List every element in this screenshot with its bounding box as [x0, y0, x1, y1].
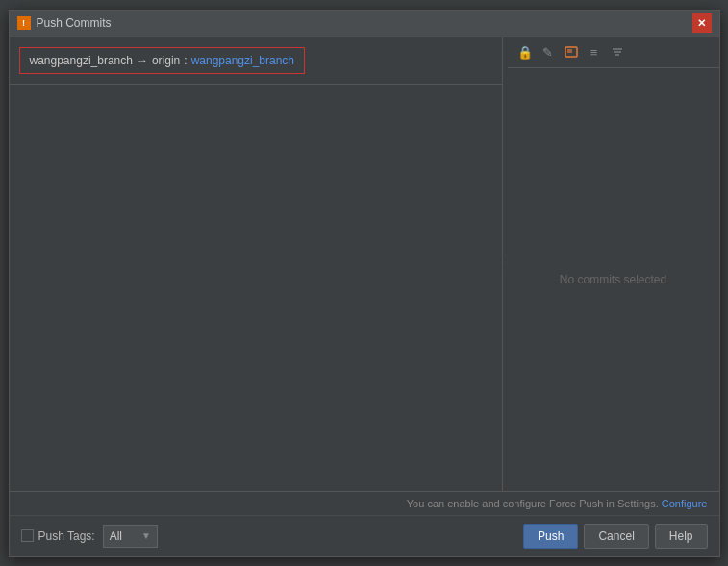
push-tags-label: Push Tags: — [38, 529, 95, 543]
branch-colon: : — [184, 54, 187, 67]
tags-dropdown-value: All — [110, 529, 122, 543]
controls-row: Push Tags: All ▼ Push Cancel Help — [10, 516, 719, 556]
title-bar: ! Push Commits ✕ — [10, 11, 719, 37]
left-panel: wangpangzi_branch → origin : wangpangzi_… — [10, 37, 503, 491]
push-button[interactable]: Push — [523, 524, 578, 549]
main-content: wangpangzi_branch → origin : wangpangzi_… — [10, 37, 719, 491]
close-button[interactable]: ✕ — [692, 13, 712, 33]
right-panel: 🔒 ✎ ≡ No commits — [508, 37, 719, 491]
push-tags-checkbox-container: Push Tags: — [21, 529, 95, 543]
window-title: Push Commits — [37, 16, 112, 30]
right-toolbar: 🔒 ✎ ≡ — [508, 37, 719, 68]
no-commits-area: No commits selected — [508, 68, 719, 491]
push-tags-section: Push Tags: All ▼ — [21, 525, 515, 548]
configure-link[interactable]: Configure — [662, 498, 708, 509]
image-icon[interactable] — [562, 42, 581, 62]
dropdown-arrow-icon: ▼ — [141, 530, 151, 541]
edit-icon[interactable]: ✎ — [539, 42, 558, 62]
lock-icon[interactable]: 🔒 — [515, 42, 535, 62]
bottom-bar: You can enable and configure Force Push … — [10, 491, 719, 556]
branch-info-area: wangpangzi_branch → origin : wangpangzi_… — [10, 37, 502, 85]
title-bar-left: ! Push Commits — [17, 16, 112, 30]
app-icon: ! — [17, 16, 31, 30]
branch-target[interactable]: wangpangzi_branch — [191, 54, 294, 67]
filter-icon[interactable] — [608, 42, 627, 62]
settings-text: You can enable and configure Force Push … — [407, 498, 659, 509]
cancel-button[interactable]: Cancel — [584, 524, 648, 549]
svg-rect-1 — [567, 49, 572, 53]
branch-arrow: → — [137, 54, 148, 67]
list-icon[interactable]: ≡ — [585, 42, 604, 62]
branch-source: wangpangzi_branch — [30, 54, 133, 67]
tags-dropdown[interactable]: All ▼ — [103, 525, 158, 548]
push-tags-checkbox[interactable] — [21, 529, 34, 542]
branch-remote: origin — [152, 54, 180, 67]
branch-box: wangpangzi_branch → origin : wangpangzi_… — [19, 47, 306, 74]
help-button[interactable]: Help — [655, 524, 708, 549]
no-commits-text: No commits selected — [560, 273, 666, 286]
commits-list — [10, 85, 502, 491]
settings-row: You can enable and configure Force Push … — [10, 492, 719, 516]
push-commits-window: ! Push Commits ✕ wangpangzi_branch → ori… — [9, 10, 720, 557]
action-buttons: Push Cancel Help — [523, 524, 707, 549]
